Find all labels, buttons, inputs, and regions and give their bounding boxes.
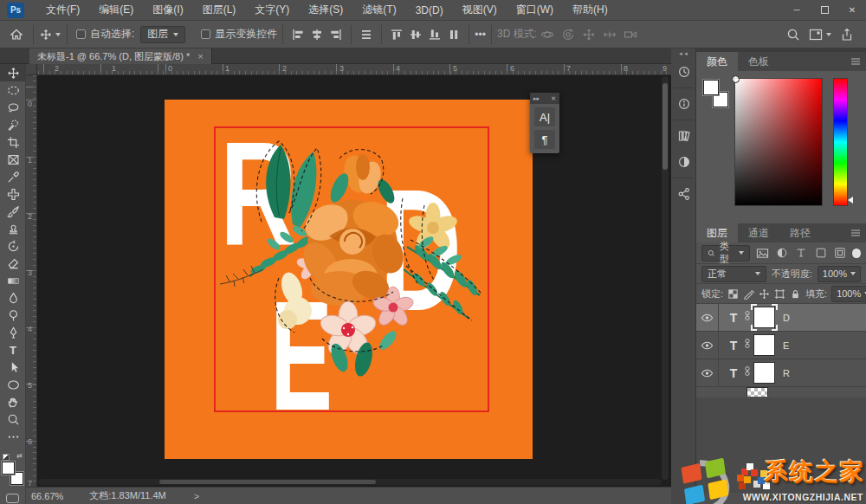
move-tool-preset-button[interactable] <box>39 24 61 45</box>
panel-menu-button[interactable] <box>850 225 861 241</box>
scrollbar-thumb[interactable] <box>159 480 376 484</box>
type-layer-thumbnail[interactable]: T <box>726 366 741 380</box>
menu-3d[interactable]: 3D(D) <box>406 4 453 16</box>
clone-stamp-tool[interactable] <box>0 220 26 237</box>
hue-slider-marker[interactable] <box>848 197 853 204</box>
paragraph-panel-button[interactable]: ¶ <box>534 130 555 149</box>
layer-visibility-toggle[interactable] <box>696 332 719 359</box>
expand-panels-icon[interactable]: ◄◄ <box>671 48 695 59</box>
type-tool[interactable]: T <box>0 341 26 359</box>
more-options-button[interactable]: ••• <box>475 29 486 41</box>
lock-transparency-button[interactable] <box>727 288 739 300</box>
layer-row-background-partial[interactable] <box>696 387 866 397</box>
3d-orbit-button[interactable] <box>540 28 554 42</box>
filter-shape-layers-button[interactable] <box>814 245 828 262</box>
layer-mask-thumbnail[interactable] <box>753 362 775 384</box>
blend-mode-dropdown[interactable]: 正常 <box>701 266 766 282</box>
filter-smart-objects-button[interactable] <box>833 245 847 262</box>
crop-tool[interactable] <box>0 133 26 151</box>
eraser-tool[interactable] <box>0 255 26 272</box>
lock-pixels-button[interactable] <box>743 288 754 300</box>
menu-file[interactable]: 文件(F) <box>36 3 89 17</box>
maximize-button[interactable] <box>811 0 838 20</box>
close-button[interactable]: ✕ <box>838 0 866 20</box>
hue-slider[interactable] <box>833 78 848 206</box>
menu-view[interactable]: 视图(V) <box>453 3 507 17</box>
hand-tool[interactable] <box>0 393 26 410</box>
shape-tool[interactable] <box>0 376 26 393</box>
home-button[interactable] <box>5 24 28 45</box>
default-colors-icon[interactable] <box>3 454 10 461</box>
path-selection-tool[interactable] <box>0 359 26 376</box>
quick-mask-button[interactable] <box>6 494 19 503</box>
lasso-tool[interactable] <box>0 99 26 116</box>
history-brush-tool[interactable] <box>0 237 26 255</box>
panel-color-swatches[interactable] <box>703 80 729 107</box>
zoom-tool[interactable] <box>0 410 26 428</box>
filter-type-layers-button[interactable] <box>794 245 808 262</box>
color-field-marker[interactable] <box>732 75 740 83</box>
menu-image[interactable]: 图像(I) <box>143 3 192 17</box>
brush-tool[interactable] <box>0 203 26 220</box>
menu-filter[interactable]: 滤镜(T) <box>352 3 405 17</box>
menu-select[interactable]: 选择(S) <box>299 3 352 17</box>
canvas[interactable]: R D E <box>165 100 533 459</box>
align-top-button[interactable] <box>391 29 403 41</box>
fill-field[interactable]: 100% <box>831 286 866 302</box>
type-layer-thumbnail[interactable]: T <box>726 311 741 325</box>
libraries-panel-button[interactable] <box>671 123 696 149</box>
filter-pixel-layers-button[interactable] <box>755 245 769 262</box>
align-left-button[interactable] <box>292 29 304 41</box>
layer-mask-thumbnail[interactable] <box>753 307 775 328</box>
workspace-switcher[interactable] <box>809 28 831 42</box>
history-panel-button[interactable] <box>671 59 696 85</box>
opacity-field[interactable]: 100% <box>818 266 861 282</box>
3d-roll-button[interactable] <box>561 28 575 42</box>
frame-tool[interactable] <box>0 151 26 168</box>
lock-all-button[interactable] <box>790 288 801 300</box>
layer-row-e[interactable]: T E <box>696 332 866 359</box>
move-tool[interactable] <box>0 64 26 81</box>
layer-name[interactable]: R <box>783 368 790 378</box>
layer-row-d[interactable]: T D <box>696 304 866 332</box>
menu-type[interactable]: 文字(Y) <box>245 3 299 17</box>
tab-swatches[interactable]: 色板 <box>738 52 779 71</box>
scrollbar-thumb[interactable] <box>662 83 668 170</box>
search-button[interactable] <box>786 28 800 42</box>
filtering-toggle[interactable] <box>852 249 861 258</box>
collapse-panel-icon[interactable]: ▸▸ <box>533 95 540 102</box>
zoom-level-field[interactable]: 66.67% <box>31 491 63 501</box>
lock-position-button[interactable] <box>759 288 770 300</box>
healing-brush-tool[interactable] <box>0 185 26 203</box>
document-tab[interactable]: 未标题-1 @ 66.7% (D, 图层蒙版/8) * × <box>29 48 212 64</box>
panel-menu-button[interactable] <box>850 54 861 69</box>
dodge-tool[interactable] <box>0 307 26 324</box>
menu-layer[interactable]: 图层(L) <box>193 3 246 17</box>
share-panel-button[interactable] <box>671 181 696 207</box>
close-tab-icon[interactable]: × <box>197 51 203 61</box>
horizontal-scrollbar[interactable] <box>38 479 662 485</box>
type-layer-thumbnail[interactable]: T <box>726 339 741 352</box>
layer-visibility-toggle[interactable] <box>696 304 719 331</box>
show-transform-checkbox[interactable] <box>201 29 210 39</box>
distribute-vertical-button[interactable] <box>448 29 460 41</box>
marquee-tool[interactable] <box>0 81 26 99</box>
status-expand-arrow[interactable]: > <box>194 491 199 501</box>
tab-color[interactable]: 颜色 <box>696 52 738 71</box>
align-right-button[interactable] <box>330 29 342 41</box>
swap-colors-icon[interactable]: ⇄ <box>16 453 23 460</box>
layer-name[interactable]: D <box>783 313 790 323</box>
foreground-color-swatch[interactable] <box>2 462 15 475</box>
tab-channels[interactable]: 通道 <box>738 223 779 242</box>
saturation-brightness-field[interactable] <box>734 78 823 206</box>
blur-tool[interactable] <box>0 289 26 307</box>
3d-slide-button[interactable] <box>603 28 617 42</box>
menu-edit[interactable]: 编辑(E) <box>89 3 143 17</box>
quick-selection-tool[interactable] <box>0 116 26 133</box>
learn-panel-button[interactable] <box>671 91 696 117</box>
distribute-horizontal-button[interactable] <box>360 29 372 41</box>
share-button[interactable] <box>840 28 854 42</box>
pen-tool[interactable] <box>0 324 26 341</box>
layer-name[interactable]: E <box>783 340 789 351</box>
edit-toolbar-button[interactable] <box>0 428 26 445</box>
